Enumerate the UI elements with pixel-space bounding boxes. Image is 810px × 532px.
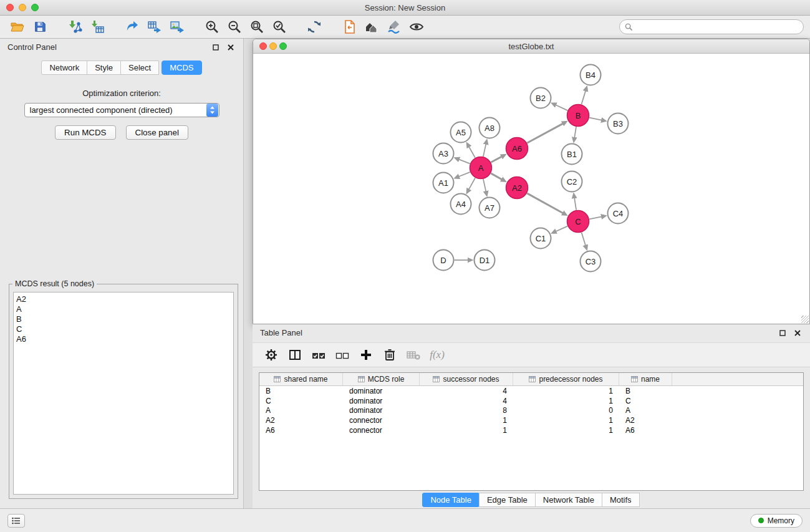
save-session-icon[interactable]: [29, 17, 51, 36]
edge-B-B2[interactable]: [555, 105, 567, 110]
close-window-icon[interactable]: [6, 4, 14, 11]
column-header-shared-name[interactable]: shared name: [259, 373, 343, 385]
edge-A-A3[interactable]: [458, 159, 470, 163]
node-A5[interactable]: A5: [451, 122, 471, 143]
tab-motifs[interactable]: Motifs: [602, 493, 640, 507]
edge-A-A2[interactable]: [491, 173, 503, 180]
node-B1[interactable]: B1: [562, 144, 582, 165]
close-panel-icon[interactable]: [226, 42, 236, 52]
network-canvas[interactable]: B4B2BB3A5A8A6A3B1AA1C2A2A4A7C4CC1C3DD1: [253, 54, 809, 324]
tab-style[interactable]: Style: [87, 60, 121, 75]
edge-A2-C[interactable]: [527, 193, 564, 213]
edge-C-C2[interactable]: [574, 197, 576, 210]
zoom-window-icon[interactable]: [31, 4, 39, 11]
search-box[interactable]: [619, 19, 804, 34]
export-network-icon[interactable]: [121, 17, 143, 36]
mcds-result-list[interactable]: A2ABCA6: [13, 292, 234, 495]
mcds-result-item[interactable]: A2: [16, 294, 233, 304]
zoom-in-icon[interactable]: [201, 17, 223, 36]
column-header-mcds-role[interactable]: MCDS role: [343, 373, 420, 385]
export-table-icon[interactable]: [143, 17, 166, 36]
mcds-result-item[interactable]: B: [16, 314, 233, 324]
node-A6[interactable]: A6: [506, 138, 528, 160]
minimize-window-icon[interactable]: [19, 4, 26, 11]
tab-node-table[interactable]: Node Table: [422, 493, 480, 507]
tab-network-table[interactable]: Network Table: [535, 493, 602, 507]
add-column-icon[interactable]: [356, 346, 376, 364]
tab-select[interactable]: Select: [120, 60, 159, 75]
eye-icon[interactable]: [405, 17, 428, 36]
edge-C-C3[interactable]: [582, 233, 586, 246]
node-D1[interactable]: D1: [475, 250, 495, 271]
search-input[interactable]: [636, 22, 798, 31]
mcds-result-item[interactable]: A6: [16, 334, 233, 344]
zoom-fit-icon[interactable]: [246, 17, 268, 36]
node-A7[interactable]: A7: [480, 198, 500, 218]
network-window-titlebar[interactable]: testGlobe.txt: [253, 39, 809, 54]
node-C2[interactable]: C2: [562, 172, 582, 192]
table-row[interactable]: A2connector11A2: [259, 415, 803, 425]
network-close-icon[interactable]: [259, 42, 267, 50]
table-close-panel-icon[interactable]: [793, 328, 803, 338]
import-network-icon[interactable]: [64, 17, 86, 36]
edge-B-B3[interactable]: [589, 118, 602, 120]
edge-B-B4[interactable]: [581, 90, 586, 104]
memory-button[interactable]: Memory: [750, 514, 803, 528]
close-panel-button[interactable]: Close panel: [126, 125, 188, 140]
edge-A-A6[interactable]: [491, 156, 502, 162]
edge-C-C1[interactable]: [555, 226, 567, 232]
apply-layout-icon[interactable]: [303, 17, 325, 36]
network-document-icon[interactable]: [338, 17, 360, 36]
tab-network[interactable]: Network: [41, 60, 87, 75]
run-mcds-button[interactable]: Run MCDS: [55, 125, 115, 140]
network-minimize-icon[interactable]: [269, 42, 277, 50]
float-panel-icon[interactable]: [211, 42, 221, 52]
apply-style-icon[interactable]: [383, 17, 405, 36]
zoom-out-icon[interactable]: [223, 17, 246, 36]
node-D[interactable]: D: [433, 250, 454, 271]
import-table-icon[interactable]: [86, 17, 108, 36]
tab-edge-table[interactable]: Edge Table: [479, 493, 536, 507]
settings-gear-icon[interactable]: [261, 346, 281, 364]
mcds-result-item[interactable]: C: [16, 324, 233, 334]
home-icon[interactable]: [360, 17, 383, 36]
edge-A-A4[interactable]: [468, 178, 475, 190]
network-zoom-icon[interactable]: [279, 42, 287, 50]
node-C3[interactable]: C3: [581, 251, 601, 272]
edge-B-B1[interactable]: [574, 127, 576, 138]
node-C1[interactable]: C1: [531, 228, 551, 249]
node-table[interactable]: shared nameMCDS rolesuccessor nodesprede…: [259, 372, 804, 491]
export-image-icon[interactable]: [166, 17, 188, 36]
edge-A6-B[interactable]: [527, 123, 563, 143]
node-A8[interactable]: A8: [480, 118, 500, 138]
delete-table-icon[interactable]: [403, 346, 423, 364]
delete-column-icon[interactable]: [380, 346, 400, 364]
node-A2[interactable]: A2: [506, 177, 528, 199]
node-A1[interactable]: A1: [433, 173, 454, 193]
table-float-panel-icon[interactable]: [778, 328, 788, 338]
split-panel-icon[interactable]: [285, 346, 305, 364]
node-B4[interactable]: B4: [581, 65, 601, 85]
table-row[interactable]: A6connector11A6: [259, 425, 803, 435]
select-all-icon[interactable]: [309, 346, 329, 364]
table-row[interactable]: Bdominator41B: [259, 386, 803, 396]
node-B3[interactable]: B3: [608, 114, 629, 134]
column-header-predecessor-nodes[interactable]: predecessor nodes: [513, 373, 619, 385]
table-row[interactable]: Adominator80A: [259, 406, 803, 416]
node-A4[interactable]: A4: [451, 194, 471, 215]
column-header-successor-nodes[interactable]: successor nodes: [420, 373, 513, 385]
open-session-icon[interactable]: [6, 17, 29, 36]
node-A[interactable]: A: [470, 157, 492, 179]
column-header-name[interactable]: name: [619, 373, 672, 385]
node-A3[interactable]: A3: [433, 143, 454, 164]
node-B[interactable]: B: [567, 105, 589, 127]
node-B2[interactable]: B2: [531, 88, 551, 109]
table-row[interactable]: Cdominator41C: [259, 396, 803, 406]
edge-A-A1[interactable]: [458, 172, 470, 177]
function-builder-icon[interactable]: f(x): [427, 346, 447, 364]
optimization-criterion-select[interactable]: largest connected component (directed): [24, 103, 219, 117]
node-C[interactable]: C: [567, 211, 589, 233]
resize-grip[interactable]: [801, 316, 809, 323]
zoom-selected-icon[interactable]: [268, 17, 291, 36]
node-C4[interactable]: C4: [608, 203, 629, 224]
